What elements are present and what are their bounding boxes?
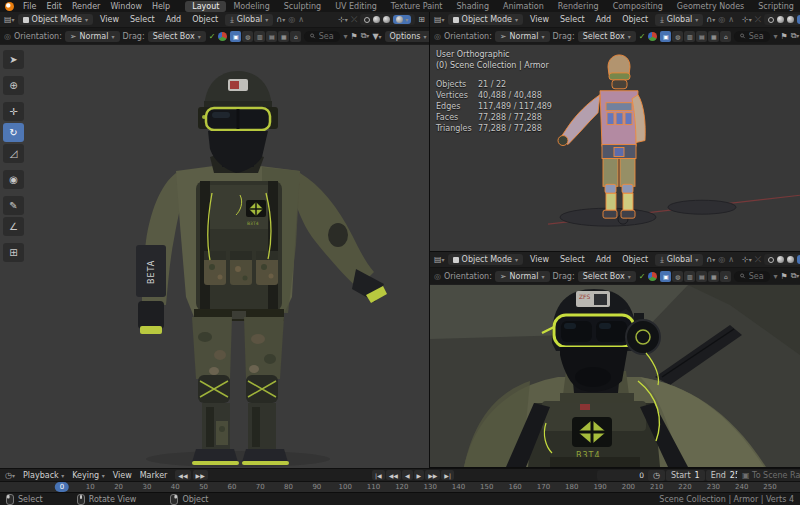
- menu-object[interactable]: Object: [188, 15, 222, 24]
- workspace-tab-sculpting[interactable]: Sculpting: [277, 1, 328, 12]
- shading-material-icon[interactable]: [383, 16, 390, 23]
- ruler-tick-190[interactable]: 190: [593, 483, 606, 491]
- collection-stack-icon[interactable]: ⧉▾: [361, 31, 370, 41]
- shading-solid-icon[interactable]: [373, 16, 380, 23]
- tool-falloff-icon[interactable]: ◎: [434, 32, 441, 41]
- menu-object[interactable]: Object: [618, 255, 652, 264]
- transform-orientation-selector[interactable]: ⤓Global▾: [225, 14, 273, 26]
- menu-view[interactable]: View: [526, 255, 553, 264]
- collection-stack-icon[interactable]: ⧉▾: [791, 271, 800, 281]
- workspace-tab-geometry-nodes[interactable]: Geometry Nodes: [670, 1, 751, 12]
- workspace-tab-rendering[interactable]: Rendering: [551, 1, 606, 12]
- material-ball-icon[interactable]: [648, 272, 657, 281]
- orientation-dropdown[interactable]: ➢Normal▾: [495, 271, 550, 282]
- menu-view[interactable]: View: [96, 15, 123, 24]
- current-frame-field[interactable]: 0: [597, 470, 651, 481]
- toggle-solid-icon[interactable]: ◍: [242, 31, 253, 42]
- ruler-tick-40[interactable]: 40: [171, 483, 180, 491]
- workspace-tab-uv-editing[interactable]: UV Editing: [328, 1, 384, 12]
- transform-orientation-selector[interactable]: ⤓Global▾: [655, 14, 703, 26]
- menu-add[interactable]: Add: [592, 255, 616, 264]
- toggle-scene-icon[interactable]: ▦: [708, 271, 719, 282]
- ruler-tick-170[interactable]: 170: [537, 483, 550, 491]
- ruler-tick-150[interactable]: 150: [480, 483, 493, 491]
- collapse-caret-icon[interactable]: ▾: [343, 32, 347, 41]
- viewport-3d-top-right[interactable]: User Orthographic (0) Scene Collection |…: [430, 45, 800, 251]
- cursor-tool-icon[interactable]: ⊕: [3, 76, 24, 95]
- overlay-toggle-icon[interactable]: ⤫: [755, 15, 761, 25]
- menu-object[interactable]: Object: [618, 15, 652, 24]
- viewport-3d-bottom-right[interactable]: B3T4 ZFS: [430, 285, 800, 467]
- toggle-viewport-icon[interactable]: ▣: [660, 31, 671, 42]
- proportional-editing-icon[interactable]: ◎: [718, 15, 725, 24]
- falloff-curve-icon[interactable]: ∧: [728, 15, 734, 24]
- ruler-tick-140[interactable]: 140: [452, 483, 465, 491]
- toggle-output-icon[interactable]: ⌂: [720, 271, 731, 282]
- shading-material-icon[interactable]: [787, 16, 794, 23]
- blender-logo-icon[interactable]: [5, 2, 14, 11]
- workspace-tab-compositing[interactable]: Compositing: [606, 1, 670, 12]
- jump-prev-marker-button[interactable]: ◀◀: [175, 470, 190, 480]
- ruler-tick-230[interactable]: 230: [707, 483, 720, 491]
- search-box[interactable]: [734, 31, 770, 42]
- check-icon[interactable]: ✓: [639, 272, 646, 281]
- topbar-menu-file[interactable]: File: [18, 2, 41, 11]
- ruler-tick-220[interactable]: 220: [678, 483, 691, 491]
- collection-stack-icon[interactable]: ⧉▾: [791, 31, 800, 41]
- snap-magnet-icon[interactable]: ∩▾: [706, 15, 715, 24]
- gizmo-icon[interactable]: ⊹▾: [742, 255, 752, 264]
- toggle-render-icon[interactable]: ▤: [696, 271, 707, 282]
- ruler-tick-70[interactable]: 70: [256, 483, 265, 491]
- ruler-tick-50[interactable]: 50: [199, 483, 208, 491]
- topbar-menu-help[interactable]: Help: [147, 2, 175, 11]
- orientation-dropdown[interactable]: ➢Normal▾: [495, 31, 550, 42]
- menu-keying[interactable]: Keying ▾: [72, 471, 104, 480]
- workspace-tab-layout[interactable]: Layout: [185, 1, 226, 12]
- menu-add[interactable]: Add: [162, 15, 186, 24]
- ruler-tick-60[interactable]: 60: [227, 483, 236, 491]
- toggle-viewport-icon[interactable]: ▣: [660, 271, 671, 282]
- shading-wireframe-icon[interactable]: [768, 17, 774, 23]
- ruler-tick-0[interactable]: 0: [55, 482, 69, 492]
- workspace-tab-scripting[interactable]: Scripting: [751, 1, 800, 12]
- falloff-curve-icon[interactable]: ∧: [728, 255, 734, 264]
- collapse-caret-icon[interactable]: ▾: [773, 32, 777, 41]
- toggle-camera-icon[interactable]: ▥: [254, 31, 265, 42]
- toggle-viewport-icon[interactable]: ▣: [230, 31, 241, 42]
- mode-selector[interactable]: Object Mode▾: [448, 14, 523, 25]
- shading-wireframe-icon[interactable]: [364, 17, 370, 23]
- menu-select[interactable]: Select: [126, 15, 159, 24]
- snap-magnet-icon[interactable]: ∩▾: [276, 15, 285, 24]
- search-input[interactable]: [749, 32, 765, 41]
- overlay-toggle-icon[interactable]: ⤫: [755, 255, 761, 265]
- clock-icon[interactable]: ◷▾: [5, 471, 15, 480]
- toggle-solid-icon[interactable]: ◍: [672, 31, 683, 42]
- gizmo-icon[interactable]: ⊹▾: [742, 15, 752, 24]
- workspace-tab-shading[interactable]: Shading: [449, 1, 496, 12]
- menu-playback[interactable]: Playback ▾: [23, 471, 64, 480]
- jump-start-button[interactable]: |◀: [372, 470, 385, 480]
- snap-magnet-icon[interactable]: ∩▾: [706, 255, 715, 264]
- shading-solid-icon[interactable]: [777, 256, 784, 263]
- ruler-tick-80[interactable]: 80: [284, 483, 293, 491]
- ruler-tick-200[interactable]: 200: [622, 483, 635, 491]
- next-keyframe-button[interactable]: ▶▶: [425, 470, 440, 480]
- ruler-tick-10[interactable]: 10: [86, 483, 95, 491]
- ruler-tick-180[interactable]: 180: [565, 483, 578, 491]
- toggle-scene-icon[interactable]: ▦: [708, 31, 719, 42]
- jump-next-marker-button[interactable]: ▶▶: [193, 470, 208, 480]
- topbar-menu-edit[interactable]: Edit: [41, 2, 67, 11]
- toggle-solid-icon[interactable]: ◍: [672, 271, 683, 282]
- move-tool-icon[interactable]: ✛: [3, 102, 24, 121]
- rotate-tool-icon[interactable]: ↻: [3, 123, 24, 142]
- toggle-camera-icon[interactable]: ▥: [684, 271, 695, 282]
- add-cube-tool-icon[interactable]: ⊞: [3, 243, 24, 262]
- mode-selector[interactable]: Object Mode▾: [18, 14, 93, 25]
- filter-funnel-icon[interactable]: ▼▾: [372, 32, 381, 41]
- editor-type-icon[interactable]: ▤▾: [4, 15, 15, 24]
- transform-tool-icon[interactable]: ◉: [3, 170, 24, 189]
- transform-orientation-selector[interactable]: ⤓Global▾: [655, 254, 703, 266]
- measure-tool-icon[interactable]: ∠: [3, 217, 24, 236]
- ruler-tick-250[interactable]: 250: [763, 483, 776, 491]
- ruler-tick-210[interactable]: 210: [650, 483, 663, 491]
